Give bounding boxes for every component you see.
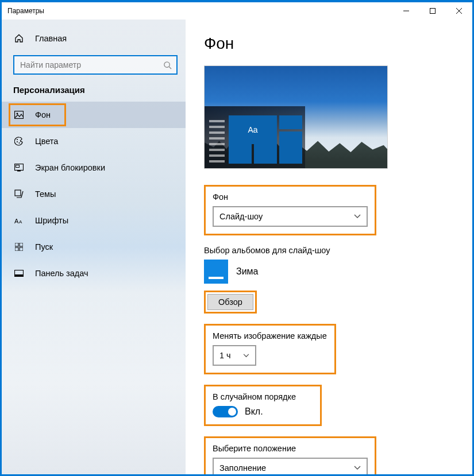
main-content: Фон Aa Фон Слайд- xyxy=(186,20,472,474)
folder-icon xyxy=(204,260,228,284)
svg-text:A: A xyxy=(19,219,22,225)
section-title: Персонализация xyxy=(2,85,186,102)
interval-label: Менять изображение каждые xyxy=(213,331,327,340)
sidebar-item-label: Цвета xyxy=(35,137,58,146)
shuffle-state: Вкл. xyxy=(245,407,263,417)
svg-point-9 xyxy=(17,141,18,142)
svg-rect-19 xyxy=(15,247,18,251)
fit-value: Заполнение xyxy=(219,463,266,473)
svg-rect-13 xyxy=(16,165,20,168)
svg-rect-22 xyxy=(15,274,24,277)
chevron-down-icon xyxy=(243,354,249,358)
home-link[interactable]: Главная xyxy=(2,26,186,51)
picture-icon xyxy=(13,111,25,119)
sidebar-item-label: Шрифты xyxy=(35,216,68,225)
taskbar-icon xyxy=(13,270,25,277)
svg-point-8 xyxy=(17,139,18,140)
svg-rect-18 xyxy=(20,243,23,246)
browse-button[interactable]: Обзор xyxy=(207,294,253,310)
palette-icon xyxy=(13,137,25,146)
svg-rect-12 xyxy=(17,171,21,172)
search-icon xyxy=(163,61,172,69)
svg-point-7 xyxy=(17,113,18,115)
sidebar: Главная Персонализация Фон xyxy=(2,20,186,474)
highlight-box: Менять изображение каждые 1 ч xyxy=(204,324,336,374)
svg-point-10 xyxy=(19,142,20,144)
highlight-box: В случайном порядке Вкл. xyxy=(204,385,322,426)
sidebar-item-label: Пуск xyxy=(35,242,53,251)
shuffle-label: В случайном порядке xyxy=(213,392,313,401)
svg-text:A: A xyxy=(14,218,19,225)
bg-label: Фон xyxy=(213,192,368,202)
chevron-down-icon xyxy=(354,466,361,470)
sidebar-item-taskbar[interactable]: Панель задач xyxy=(2,260,186,287)
page-title: Фон xyxy=(204,34,454,53)
album-label: Выбор альбомов для слайд-шоу xyxy=(204,246,454,255)
sidebar-item-label: Экран блокировки xyxy=(35,163,105,172)
bg-dropdown[interactable]: Слайд-шоу xyxy=(213,206,368,227)
search-box[interactable] xyxy=(13,55,178,75)
svg-point-4 xyxy=(164,61,169,67)
sidebar-item-background[interactable]: Фон xyxy=(2,102,186,128)
sidebar-item-label: Фон xyxy=(35,110,51,119)
close-button[interactable] xyxy=(446,2,472,20)
sidebar-item-label: Темы xyxy=(35,189,56,199)
fonts-icon: AA xyxy=(13,216,25,225)
preview-tile-aa: Aa xyxy=(229,115,277,144)
maximize-button[interactable] xyxy=(419,2,446,20)
highlight-box: Выберите положение Заполнение xyxy=(204,436,376,474)
minimize-button[interactable] xyxy=(393,2,419,20)
interval-dropdown[interactable]: 1 ч xyxy=(213,345,256,366)
lockscreen-icon xyxy=(13,164,25,172)
sidebar-item-colors[interactable]: Цвета xyxy=(2,128,186,154)
fit-label: Выберите положение xyxy=(213,444,368,453)
window-title: Параметры xyxy=(7,7,44,15)
highlight-box: Фон Слайд-шоу xyxy=(204,185,376,235)
svg-rect-17 xyxy=(15,243,18,246)
chevron-down-icon xyxy=(354,214,361,219)
sidebar-item-label: Панель задач xyxy=(35,269,88,278)
album-item[interactable]: Зима xyxy=(204,260,454,284)
shuffle-toggle[interactable] xyxy=(213,406,238,417)
interval-value: 1 ч xyxy=(219,351,231,360)
desktop-preview: Aa xyxy=(204,65,388,169)
svg-line-5 xyxy=(169,67,171,69)
settings-window: Параметры Главная xyxy=(0,0,474,476)
fit-dropdown[interactable]: Заполнение xyxy=(213,458,368,474)
sidebar-item-start[interactable]: Пуск xyxy=(2,234,186,260)
album-name: Зима xyxy=(236,266,259,277)
search-input[interactable] xyxy=(20,60,163,69)
home-icon xyxy=(13,34,25,43)
bg-value: Слайд-шоу xyxy=(219,212,263,221)
titlebar: Параметры xyxy=(2,2,472,20)
svg-rect-20 xyxy=(20,247,23,251)
sidebar-item-lockscreen[interactable]: Экран блокировки xyxy=(2,154,186,181)
sidebar-item-fonts[interactable]: AA Шрифты xyxy=(2,207,186,234)
sidebar-item-themes[interactable]: Темы xyxy=(2,181,186,207)
themes-icon xyxy=(13,189,25,199)
svg-rect-14 xyxy=(15,190,21,196)
svg-rect-1 xyxy=(430,9,436,14)
start-icon xyxy=(13,243,25,251)
home-label: Главная xyxy=(35,34,67,43)
highlight-box: Обзор xyxy=(204,291,257,314)
